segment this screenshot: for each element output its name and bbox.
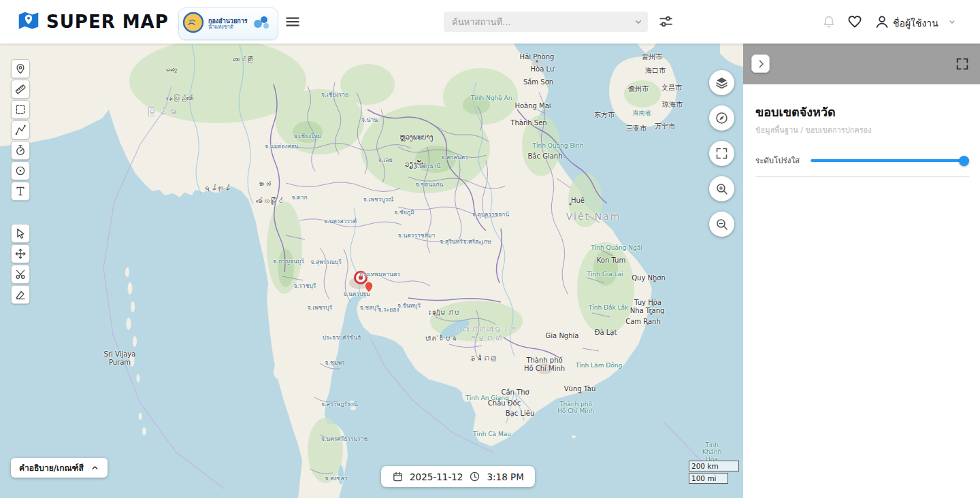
filter-settings-button[interactable] bbox=[657, 13, 674, 30]
move-button[interactable] bbox=[11, 244, 30, 263]
text-tool-button[interactable] bbox=[11, 182, 30, 201]
app-header: SUPER MAP กองอำนวยการ น้ำแห่งชาติ bbox=[0, 0, 980, 44]
compass-button[interactable] bbox=[709, 105, 734, 131]
location-pin-button[interactable] bbox=[11, 59, 30, 78]
chevron-up-icon bbox=[91, 463, 99, 472]
map-label: မကွေး bbox=[163, 66, 177, 74]
username-label: ชื่อผู้ใช้งาน bbox=[893, 16, 938, 31]
map-label: Tỉnh Quảng Ngãi bbox=[591, 244, 642, 251]
time-value[interactable]: 3:18 PM bbox=[487, 471, 523, 482]
map-label: Tỉnh Đắk Lắk bbox=[589, 304, 629, 311]
circle-point-button[interactable] bbox=[11, 161, 30, 180]
pointer-button[interactable] bbox=[11, 224, 30, 243]
map-label: จ.อุบลราชธานี bbox=[472, 212, 509, 218]
map-label: จ.สงขลา bbox=[325, 476, 348, 482]
map-label: နေပြည်တော် bbox=[166, 95, 193, 103]
menu-button[interactable] bbox=[284, 13, 301, 31]
map-label: Tỉnh Cà Mau bbox=[473, 431, 511, 437]
panel-collapse-button[interactable] bbox=[751, 54, 770, 73]
layer-panel: ขอบเขตจังหวัด ข้อมูลพื้นฐาน / ขอบเขตการป… bbox=[743, 44, 980, 498]
menu-icon bbox=[284, 13, 301, 31]
water-splash-icon bbox=[252, 14, 271, 34]
map-label: Thành Sen bbox=[510, 119, 546, 127]
map-label: ວຽງຈັນ bbox=[405, 161, 426, 169]
scissors-button[interactable] bbox=[11, 265, 30, 284]
map-label: จ.นครปฐม bbox=[343, 291, 370, 298]
search-dropdown-icon[interactable] bbox=[629, 16, 648, 27]
map-label: จ.เพชรบูรณ์ bbox=[363, 197, 393, 203]
rect-select-button[interactable] bbox=[11, 100, 30, 119]
map-label: Bạc Liêu bbox=[506, 410, 535, 418]
opacity-slider[interactable] bbox=[811, 159, 969, 162]
date-value[interactable]: 2025-11-12 bbox=[410, 471, 463, 482]
favorites-button[interactable] bbox=[847, 14, 863, 30]
map-label: จ.ระยอง bbox=[378, 307, 399, 314]
map-label: မြန်မာ bbox=[146, 106, 178, 117]
map-label: Bắc Gianh bbox=[528, 152, 563, 161]
map-label: จ.นครสวรรค์ bbox=[324, 218, 357, 225]
drawing-toolbar bbox=[11, 59, 30, 327]
map-label: จ.เลย bbox=[378, 157, 393, 164]
map-label: Cần Thơ bbox=[501, 388, 529, 397]
map-label: Sri Vijaya Puram bbox=[104, 350, 136, 366]
app-title: SUPER MAP bbox=[46, 12, 169, 32]
map-label: จ.เชียงใหม่ bbox=[294, 133, 322, 140]
panel-header-strip bbox=[743, 44, 980, 84]
tune-icon bbox=[657, 13, 674, 30]
map-label: จ.สุพรรณบุรี bbox=[310, 259, 341, 266]
legend-button-label: คำอธิบาย/เกณฑ์สี bbox=[19, 461, 84, 474]
expand-button[interactable] bbox=[709, 141, 734, 166]
scale-mi: 100 mi bbox=[689, 473, 728, 484]
map-label: ព្រះរាជាណាចក្រ កម្ពុជា bbox=[454, 326, 518, 343]
scale-bar: 200 km 100 mi bbox=[689, 461, 739, 484]
map-label: จ.เพชรบุรี bbox=[308, 305, 333, 312]
panel-fullscreen-button[interactable] bbox=[953, 54, 971, 73]
map-label: Hải Phòng bbox=[520, 53, 555, 61]
map-label: សៀមរាប bbox=[433, 309, 460, 317]
map-labels-layer: Hải PhòngHòa LưSầm SơnTỉnh Nghệ AnHoàng … bbox=[0, 44, 743, 498]
map-canvas[interactable]: Hải PhòngHòa LưSầm SơnTỉnh Nghệ AnHoàng … bbox=[0, 44, 743, 498]
route-measure-button[interactable] bbox=[11, 120, 30, 139]
map-label: จ.นครศรีธรรมราช bbox=[321, 436, 368, 443]
stopwatch-button[interactable] bbox=[11, 141, 30, 160]
legend-toggle-button[interactable]: คำอธิบาย/เกณฑ์สี bbox=[11, 458, 108, 478]
search-box bbox=[444, 12, 648, 32]
map-label: จ.สุรินทร์ bbox=[440, 239, 462, 246]
map-label: 三亚市 bbox=[626, 124, 647, 133]
map-label: Hoàng Mai bbox=[514, 102, 551, 110]
notifications-button[interactable] bbox=[821, 14, 837, 30]
map-label: Quy Nhơn bbox=[632, 274, 666, 282]
map-label: Châu Đốc bbox=[488, 399, 521, 408]
map-label: ភ្នំពេញ bbox=[470, 354, 497, 363]
map-label: Tỉnh Quảng Bình bbox=[533, 142, 584, 149]
org-badge-line2: น้ำแห่งชาติ bbox=[208, 24, 248, 31]
calendar-icon bbox=[392, 471, 404, 482]
ruler-button[interactable] bbox=[11, 80, 30, 99]
search-input[interactable] bbox=[444, 17, 629, 27]
zoom-out-button[interactable] bbox=[709, 212, 734, 237]
map-label: 海南省 bbox=[633, 110, 651, 116]
eraser-button[interactable] bbox=[11, 285, 30, 304]
map-label: ရန်ကုန် bbox=[203, 184, 230, 193]
map-label: Kon Tum bbox=[597, 256, 625, 265]
layers-button[interactable] bbox=[709, 70, 734, 95]
panel-subtitle: ข้อมูลพื้นฐาน / ขอบเขตการปกครอง bbox=[755, 124, 969, 136]
map-label: Tỉnh Khánh Hòa bbox=[696, 442, 728, 463]
map-label: 文昌市 bbox=[662, 84, 682, 92]
scale-km: 200 km bbox=[689, 461, 739, 471]
zoom-in-button[interactable] bbox=[709, 176, 734, 201]
map-label: Sầm Sơn bbox=[523, 78, 553, 86]
map-label: Tỉnh An Giang bbox=[466, 395, 508, 401]
map-label: 雷州市 bbox=[642, 53, 662, 61]
map-label: จ.สกลนคร bbox=[441, 154, 468, 161]
map-label: Việt Nam bbox=[566, 211, 621, 222]
map-label: Hòa Lư bbox=[531, 65, 555, 73]
map-label: จ.น่าน bbox=[361, 117, 378, 124]
map-label: ຫຼວງພະບາງ bbox=[400, 133, 434, 142]
user-menu-button[interactable] bbox=[874, 14, 890, 30]
panel-title: ขอบเขตจังหวัด bbox=[755, 102, 969, 122]
map-label: Tỉnh Gia Lai bbox=[587, 271, 623, 278]
map-label: Huế bbox=[571, 197, 585, 205]
caret-down-icon[interactable] bbox=[947, 17, 957, 27]
map-label: မော်လမြိုင် bbox=[256, 197, 283, 205]
